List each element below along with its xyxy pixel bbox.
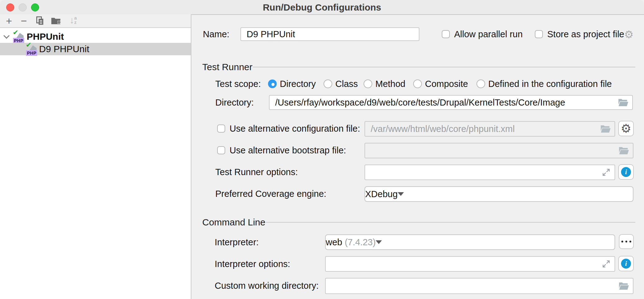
interpreter-label: Interpreter:	[215, 237, 259, 248]
remove-configuration-icon[interactable]: −	[19, 16, 29, 26]
name-input[interactable]: D9 PHPUnit	[240, 27, 419, 41]
runner-options-info-button[interactable]: i	[618, 164, 634, 180]
store-as-project-file-checkbox[interactable]	[535, 30, 543, 38]
browse-folder-icon[interactable]	[618, 98, 628, 107]
interpreter-options-label: Interpreter options:	[215, 258, 290, 270]
coverage-engine-label: Preferred Coverage engine:	[215, 188, 326, 199]
phpunit-icon: ✔ PHP	[26, 43, 38, 55]
window-title: Run/Debug Configurations	[0, 2, 644, 13]
interpreter-options-input[interactable]	[325, 256, 615, 272]
radio-class-label: Class	[335, 78, 358, 89]
radio-defined-in-config[interactable]	[476, 79, 485, 88]
gear-icon: ⚙	[621, 123, 631, 134]
store-as-project-file-label: Store as project file	[547, 29, 624, 40]
interpreter-options-info-button[interactable]: i	[618, 256, 634, 271]
run-debug-configurations-window: Run/Debug Configurations + −	[0, 0, 644, 299]
browse-folder-icon	[619, 146, 629, 155]
chevron-down-icon[interactable]	[3, 33, 10, 39]
radio-method[interactable]	[364, 79, 372, 88]
expand-editor-icon[interactable]	[602, 168, 611, 177]
interpreter-version: (7.4.23)	[342, 237, 376, 247]
working-directory-input[interactable]	[325, 278, 633, 294]
test-runner-section-title: Test Runner	[202, 61, 253, 73]
sort-letter-z: z	[74, 20, 77, 25]
directory-label: Directory:	[215, 97, 254, 108]
use-alt-config-label: Use alternative configuration file:	[230, 123, 360, 134]
use-alt-bootstrap-checkbox[interactable]	[217, 146, 225, 154]
info-icon: i	[621, 259, 631, 269]
radio-directory[interactable]	[268, 79, 277, 88]
ellipsis-icon	[621, 241, 631, 242]
new-folder-icon[interactable]	[50, 16, 61, 26]
tree-item-label: D9 PHPUnit	[39, 44, 89, 54]
sidebar-toolbar: + − ↓ a z	[0, 14, 191, 28]
allow-parallel-run-checkbox[interactable]	[442, 30, 450, 38]
copy-configuration-icon[interactable]	[35, 16, 45, 26]
radio-defined-in-config-label: Defined in the configuration file	[488, 78, 612, 89]
section-divider	[253, 67, 635, 67]
tree-item-label: PHPUnit	[27, 31, 64, 42]
phpunit-icon: ✔ PHP	[13, 31, 25, 43]
test-runner-options-input[interactable]	[364, 165, 615, 180]
radio-directory-label: Directory	[280, 78, 316, 89]
command-line-section-title: Command Line	[202, 217, 265, 228]
radio-class[interactable]	[324, 79, 332, 88]
coverage-engine-dropdown[interactable]: XDebug	[364, 186, 633, 202]
test-scope-label: Test scope:	[215, 78, 261, 89]
configurations-sidebar: + − ↓ a z	[0, 14, 191, 299]
expand-editor-icon[interactable]	[602, 259, 611, 269]
config-settings-button[interactable]: ⚙	[618, 121, 634, 136]
browse-folder-icon	[600, 125, 611, 133]
tree-item-d9-phpunit[interactable]: ✔ PHP D9 PHPUnit	[0, 43, 191, 55]
store-options-gear-icon[interactable]: ⚙	[624, 29, 633, 40]
title-bar: Run/Debug Configurations	[0, 0, 644, 15]
directory-input[interactable]: /Users/rfay/workspace/d9/web/core/tests/…	[269, 95, 633, 110]
use-alt-bootstrap-label: Use alternative bootstrap file:	[230, 145, 346, 156]
radio-method-label: Method	[375, 78, 405, 89]
folder-plus-icon	[51, 16, 61, 25]
allow-parallel-run-label: Allow parallel run	[454, 29, 523, 40]
add-configuration-icon[interactable]: +	[4, 16, 14, 26]
dropdown-arrow-icon	[376, 240, 382, 244]
sort-configurations-icon: ↓ a z	[67, 16, 79, 26]
dropdown-arrow-icon	[398, 192, 404, 196]
test-runner-options-label: Test Runner options:	[215, 166, 298, 178]
copy-icon	[35, 16, 45, 25]
info-icon: i	[621, 167, 631, 177]
radio-composite-label: Composite	[425, 78, 468, 89]
radio-composite[interactable]	[413, 79, 422, 88]
section-divider	[266, 222, 635, 223]
working-directory-label: Custom working directory:	[215, 280, 319, 291]
name-label: Name:	[203, 29, 229, 40]
browse-folder-icon[interactable]	[619, 282, 629, 290]
interpreter-browse-button[interactable]	[619, 234, 634, 249]
interpreter-dropdown[interactable]: web (7.4.23)	[325, 234, 615, 250]
alt-config-input: /var/www/html/web/core/phpunit.xml	[364, 121, 615, 137]
sort-arrow: ↓	[69, 16, 74, 25]
alt-bootstrap-input	[364, 143, 633, 158]
use-alt-config-checkbox[interactable]	[217, 125, 225, 133]
